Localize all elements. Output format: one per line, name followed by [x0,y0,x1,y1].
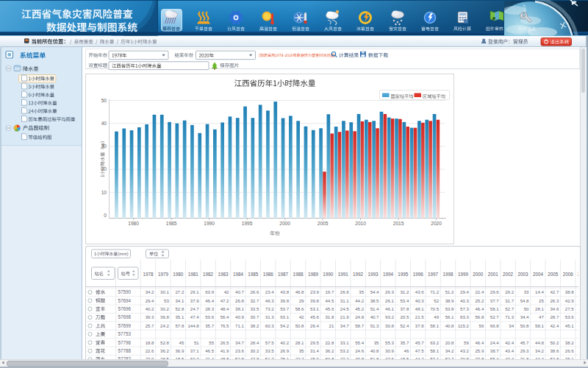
svg-text:28.2: 28.2 [580,298,588,303]
svg-text:50.2: 50.2 [550,340,559,345]
svg-text:22.2: 22.2 [295,356,304,361]
svg-text:42.9: 42.9 [565,298,574,303]
svg-text:30.8: 30.8 [385,323,394,328]
svg-text:0: 0 [104,213,107,218]
svg-text:32.7: 32.7 [250,298,259,303]
svg-text:33.5: 33.5 [265,348,274,353]
svg-text:63.9: 63.9 [205,289,214,294]
svg-text:1980: 1980 [128,221,139,226]
svg-text:54.4: 54.4 [370,289,379,294]
svg-text:36.2: 36.2 [325,348,334,353]
svg-text:44.2: 44.2 [535,356,544,361]
svg-text:71.1: 71.1 [235,323,244,328]
svg-text:36.8: 36.8 [160,314,169,319]
svg-text:48.1: 48.1 [415,306,424,311]
svg-text:55.4: 55.4 [355,340,364,345]
svg-text:52.7: 52.7 [490,314,499,319]
svg-text:57694: 57694 [118,298,132,303]
svg-text:35: 35 [374,340,379,345]
svg-text:2015: 2015 [393,221,404,226]
svg-text:41.5: 41.5 [580,306,588,311]
svg-text:27.2: 27.2 [175,289,184,294]
svg-text:1984: 1984 [233,272,244,277]
svg-text:1982: 1982 [203,272,214,277]
svg-text:29.5: 29.5 [310,340,319,345]
svg-text:1992: 1992 [353,272,364,277]
svg-text:38.7: 38.7 [490,348,499,353]
svg-text:34.4: 34.4 [520,314,529,319]
svg-text:53.8: 53.8 [445,306,454,311]
svg-text:23.9: 23.9 [146,356,154,361]
svg-text:47.4: 47.4 [190,314,199,319]
svg-text:53.1: 53.1 [430,356,439,361]
svg-text:30.1: 30.1 [160,289,169,294]
svg-text:43.6: 43.6 [415,289,424,294]
svg-text:44.2: 44.2 [355,298,364,303]
svg-text:1993: 1993 [368,272,379,277]
svg-text:24.5: 24.5 [340,306,349,311]
svg-text:2005: 2005 [548,272,559,277]
svg-text:56.8: 56.8 [475,314,484,319]
svg-text:29.4: 29.4 [146,298,154,303]
svg-text:41.9: 41.9 [220,348,229,353]
svg-text:47.5: 47.5 [415,348,424,353]
svg-text:1995: 1995 [242,221,253,226]
svg-text:53.7: 53.7 [280,306,289,311]
svg-text:115.2: 115.2 [458,323,469,328]
svg-text:1990: 1990 [204,221,215,226]
svg-text:21.9: 21.9 [340,314,349,319]
svg-text:1978: 1978 [143,272,154,277]
svg-text:58.1: 58.1 [490,306,499,311]
svg-text:52.7: 52.7 [505,306,514,311]
svg-text:26.9: 26.9 [280,348,289,353]
svg-text:30.9: 30.9 [385,348,394,353]
svg-text:46: 46 [404,348,409,353]
svg-text:37.8: 37.8 [400,306,409,311]
svg-text:47: 47 [539,314,544,319]
svg-text:45.9: 45.9 [310,356,319,361]
svg-text:46.3: 46.3 [265,298,274,303]
svg-text:36.1: 36.1 [580,289,588,294]
svg-text:38.6: 38.6 [550,348,559,353]
svg-text:39.8: 39.8 [280,298,289,303]
svg-text:10: 10 [101,190,107,195]
svg-text:51: 51 [194,340,199,345]
svg-text:1996: 1996 [413,272,424,277]
svg-text:37.8: 37.8 [415,323,424,328]
svg-text:20.8: 20.8 [445,340,454,345]
svg-text:57753: 57753 [118,331,132,336]
svg-text:49.8: 49.8 [355,356,364,361]
svg-text:33: 33 [524,289,529,294]
svg-text:52.7: 52.7 [445,356,454,361]
svg-text:2002: 2002 [503,272,514,277]
svg-text:26.1: 26.1 [385,298,394,303]
svg-text:1983: 1983 [218,272,229,277]
svg-text:52: 52 [434,298,439,303]
svg-text:1989: 1989 [308,272,319,277]
svg-text:45.7: 45.7 [415,340,424,345]
svg-text:58.6: 58.6 [295,306,304,311]
svg-text:20: 20 [101,166,107,171]
svg-text:2000: 2000 [279,221,290,226]
svg-text:2010: 2010 [355,221,366,226]
svg-text:42: 42 [224,289,229,294]
svg-text:1991: 1991 [338,272,349,277]
svg-text:24.2: 24.2 [160,323,169,328]
svg-text:14.4: 14.4 [535,289,544,294]
svg-text:43.8: 43.8 [280,289,289,294]
svg-text:36.2: 36.2 [160,348,169,353]
svg-text:50.8: 50.8 [295,323,304,328]
svg-text:26.3: 26.3 [385,289,394,294]
svg-text:44.5: 44.5 [325,298,334,303]
svg-text:31.3: 31.3 [265,314,274,319]
svg-text:71.2: 71.2 [430,289,439,294]
svg-text:73.2: 73.2 [265,306,274,311]
svg-text:70.5: 70.5 [430,306,439,311]
svg-text:28.5: 28.5 [160,356,169,361]
svg-text:1985: 1985 [166,221,177,226]
svg-text:47.2: 47.2 [220,298,229,303]
svg-text:38.1: 38.1 [280,356,289,361]
svg-text:40: 40 [101,121,107,126]
svg-text:46.4: 46.4 [475,306,484,311]
svg-text:49: 49 [434,314,439,319]
